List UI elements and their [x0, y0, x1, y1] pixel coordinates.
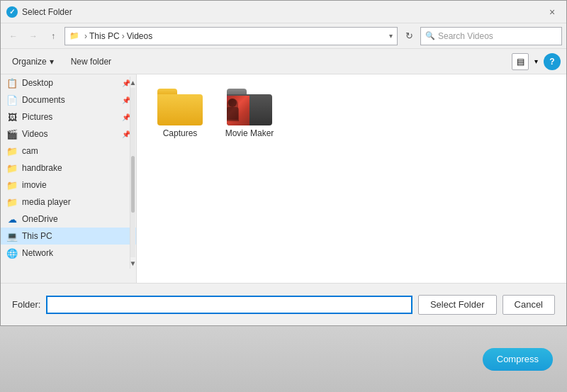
search-icon: 🔍 — [425, 31, 435, 40]
this-pc-icon: 💻 — [6, 230, 18, 242]
scroll-down-arrow[interactable]: ▼ — [130, 257, 135, 269]
scroll-track — [130, 88, 135, 257]
sidebar-item-this-pc[interactable]: 💻 This PC — [1, 228, 136, 245]
imovie-icon: 📁 — [6, 179, 18, 191]
back-button[interactable]: ← — [5, 28, 22, 45]
path-separator-2: › — [122, 31, 125, 41]
network-icon: 🌐 — [6, 247, 18, 259]
sidebar-item-videos[interactable]: 🎬 Videos 📌 — [1, 125, 136, 142]
select-folder-button[interactable]: Select Folder — [418, 295, 497, 315]
sidebar-item-pictures[interactable]: 🖼 Pictures 📌 — [1, 108, 136, 125]
search-box[interactable]: 🔍 Search Videos — [420, 27, 562, 45]
folder-captures[interactable]: Captures — [148, 86, 212, 141]
folder-movie-maker[interactable]: Movie Maker — [218, 86, 281, 141]
captures-label: Captures — [163, 128, 198, 138]
media-player-icon: 📁 — [6, 196, 18, 208]
search-placeholder: Search Videos — [438, 31, 493, 41]
background-area: Compress — [0, 326, 567, 392]
scroll-up-arrow[interactable]: ▲ — [130, 77, 135, 88]
sidebar-item-label: Desktop — [22, 78, 53, 88]
file-area: Captures Movie Maker — [137, 74, 566, 283]
view-dropdown-icon[interactable]: ▾ — [534, 57, 538, 65]
compress-button[interactable]: Compress — [483, 348, 553, 371]
sidebar-scroll[interactable]: 📋 Desktop 📌 📄 Documents 📌 🖼 Pictures 📌 — [1, 74, 136, 283]
sidebar-item-network[interactable]: 🌐 Network — [1, 245, 136, 262]
help-button[interactable]: ? — [544, 53, 561, 70]
new-folder-label: New folder — [71, 57, 111, 67]
forward-button[interactable]: → — [25, 28, 42, 45]
sidebar-item-label: Documents — [22, 95, 65, 105]
organize-button[interactable]: Organize ▾ — [6, 52, 60, 71]
app-icon: ✓ — [6, 6, 18, 18]
path-videos: Videos — [127, 31, 152, 41]
sidebar-item-handbrake[interactable]: 📁 handbrake — [1, 159, 136, 177]
scroll-thumb[interactable] — [131, 156, 135, 213]
dialog-title: Select Folder — [22, 7, 544, 17]
sidebar-item-desktop[interactable]: 📋 Desktop 📌 — [1, 74, 136, 91]
sidebar-item-label: imovie — [22, 180, 47, 190]
sidebar-item-label: This PC — [22, 231, 52, 241]
titlebar: ✓ Select Folder × — [1, 1, 566, 23]
sidebar-item-documents[interactable]: 📄 Documents 📌 — [1, 91, 136, 108]
sidebar-item-imovie[interactable]: 📁 imovie — [1, 177, 136, 194]
path-dropdown-icon[interactable]: ▾ — [389, 32, 393, 40]
cam-icon: 📁 — [6, 145, 18, 157]
organize-label: Organize — [12, 57, 47, 67]
sidebar-scrollbar: ▲ ▼ — [130, 77, 135, 269]
organize-arrow-icon: ▾ — [50, 57, 54, 67]
sidebar-item-label: media player — [22, 197, 71, 207]
sidebar-item-label: Videos — [22, 129, 47, 139]
sidebar-item-onedrive[interactable]: ☁ OneDrive — [1, 211, 136, 228]
sidebar-item-label: Pictures — [22, 112, 52, 122]
view-button[interactable]: ▤ — [512, 53, 529, 70]
sidebar-item-media-player[interactable]: 📁 media player — [1, 194, 136, 211]
handbrake-icon: 📁 — [6, 162, 18, 174]
folder-label: Folder: — [12, 299, 40, 310]
sidebar-item-label: Network — [22, 248, 53, 258]
movie-maker-label: Movie Maker — [225, 128, 274, 138]
up-button[interactable]: ↑ — [45, 28, 62, 45]
captures-folder-icon — [157, 89, 203, 125]
addressbar: ← → ↑ 📁 › This PC › Videos ▾ ↻ 🔍 Search … — [1, 23, 566, 49]
content-area: 📋 Desktop 📌 📄 Documents 📌 🖼 Pictures 📌 — [1, 74, 566, 283]
sidebar-item-label: handbrake — [22, 163, 62, 173]
pictures-icon: 🖼 — [6, 111, 18, 123]
cancel-button[interactable]: Cancel — [503, 295, 555, 315]
breadcrumb-icon: 📁 — [69, 31, 79, 40]
toolbar: Organize ▾ New folder ▤ ▾ ? — [1, 49, 566, 74]
sidebar-item-cam[interactable]: 📁 cam — [1, 142, 136, 159]
refresh-button[interactable]: ↻ — [400, 28, 417, 45]
sidebar-item-label: cam — [22, 146, 38, 156]
onedrive-icon: ☁ — [6, 213, 18, 225]
desktop-icon: 📋 — [6, 77, 18, 89]
sidebar-item-label: OneDrive — [22, 214, 58, 224]
movie-maker-folder-icon — [227, 89, 272, 125]
bottom-bar: Folder: Select Folder Cancel — [1, 283, 566, 325]
documents-icon: 📄 — [6, 94, 18, 106]
path-separator-1: › — [84, 31, 87, 41]
sidebar: 📋 Desktop 📌 📄 Documents 📌 🖼 Pictures 📌 — [1, 74, 137, 283]
new-folder-button[interactable]: New folder — [65, 52, 117, 71]
view-icon: ▤ — [517, 57, 524, 67]
path-this-pc: This PC — [89, 31, 120, 41]
close-button[interactable]: × — [544, 4, 561, 21]
address-path[interactable]: 📁 › This PC › Videos ▾ — [64, 27, 398, 45]
folder-input[interactable] — [46, 296, 412, 314]
videos-icon: 🎬 — [6, 128, 18, 140]
